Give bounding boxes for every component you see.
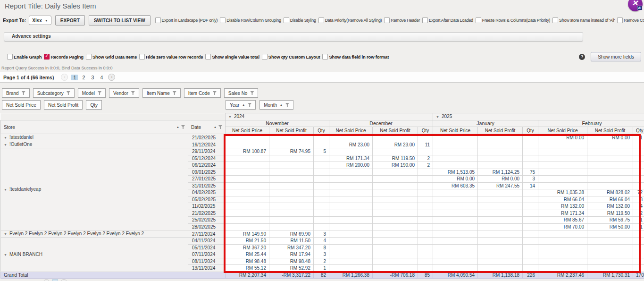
- pager-page-2[interactable]: 2: [80, 75, 87, 80]
- field-chip-sales-no[interactable]: Sales No: [224, 88, 259, 98]
- year-group-header-2025[interactable]: ▼2025: [433, 113, 644, 120]
- field-chip-month[interactable]: Month▲: [259, 100, 293, 110]
- checkbox-remove-column-grand-total-header[interactable]: Remove Column Grand Total Header: [617, 17, 644, 23]
- measure-header[interactable]: Net Sold Price: [226, 127, 269, 134]
- filter-funnel-icon[interactable]: [131, 91, 135, 95]
- measure-header[interactable]: Qty: [418, 127, 433, 134]
- collapse-icon[interactable]: ▼: [4, 143, 7, 146]
- pager-prev-button[interactable]: ‹: [61, 74, 68, 81]
- checkbox-enable-graph[interactable]: Enable Graph: [7, 54, 42, 60]
- checkbox-box[interactable]: [476, 17, 481, 23]
- month-header-january[interactable]: January: [433, 120, 538, 127]
- checkbox-box[interactable]: [384, 17, 390, 23]
- field-chip-item-name[interactable]: Item Name: [142, 88, 181, 98]
- export-button[interactable]: EXPORT: [55, 15, 85, 26]
- checkbox-box[interactable]: [617, 17, 623, 23]
- store-column-header[interactable]: Store▲: [1, 120, 188, 134]
- month-header-february[interactable]: February: [538, 120, 644, 127]
- measure-header[interactable]: Qty: [523, 127, 538, 134]
- field-chip-year[interactable]: Year▲: [226, 100, 256, 110]
- switch-to-list-view-button[interactable]: SWITCH TO LIST VIEW: [89, 15, 151, 26]
- checkbox-box[interactable]: [262, 54, 268, 60]
- sort-ascending-icon[interactable]: ▲: [242, 103, 245, 106]
- show-more-fields-button[interactable]: Show more fields: [591, 52, 641, 61]
- collapse-icon[interactable]: ▼: [436, 115, 439, 119]
- checkbox-freeze-rows-columns-data-priority-[interactable]: Freeze Rows & Columns(Data Priority): [476, 17, 550, 23]
- checkbox-box[interactable]: [552, 17, 558, 23]
- bottom-pager-partial[interactable]: [0, 279, 644, 281]
- sort-ascending-icon[interactable]: ▲: [176, 124, 179, 130]
- measure-header[interactable]: Net Sold Price: [433, 127, 478, 134]
- field-chip-net-sold-price[interactable]: Net Sold Price: [2, 100, 41, 110]
- field-chip-net-sold-profit[interactable]: Net Sold Profit: [44, 100, 83, 110]
- measure-header[interactable]: Net Sold Profit: [373, 127, 418, 134]
- checkbox-data-priority-remove-all-styling-[interactable]: Data Priority(Remove All Styling): [318, 17, 382, 23]
- bottom-pager-next-icon[interactable]: [61, 279, 67, 281]
- measure-header[interactable]: Net Sold Profit: [478, 127, 523, 134]
- filter-funnel-icon[interactable]: [173, 91, 176, 95]
- bottom-pager-current-page[interactable]: [52, 279, 58, 281]
- collapse-icon[interactable]: ▼: [4, 253, 7, 256]
- checkbox-remove-header[interactable]: Remove Header: [384, 17, 420, 23]
- pager-page-1[interactable]: 1: [71, 75, 78, 80]
- checkbox-box[interactable]: [322, 54, 328, 60]
- checkbox-show-single-value-total[interactable]: Show single value total: [205, 54, 259, 60]
- filter-funnel-icon[interactable]: [250, 91, 254, 95]
- checkbox-box[interactable]: [284, 17, 289, 23]
- month-header-november[interactable]: November: [226, 120, 329, 127]
- checkbox-export-in-landscape-pdf-only-[interactable]: Export in Landscape (PDF only): [155, 17, 218, 23]
- checkbox-records-paging[interactable]: Records Paging: [44, 54, 84, 60]
- sort-ascending-icon[interactable]: ▲: [280, 103, 283, 106]
- field-chip-qty[interactable]: Qty: [86, 100, 102, 110]
- checkbox-box[interactable]: [205, 54, 211, 60]
- measure-header[interactable]: Qty: [633, 127, 644, 134]
- year-group-header-2024[interactable]: ▼2024: [226, 113, 433, 120]
- collapse-icon[interactable]: ▼: [4, 188, 7, 191]
- measure-header[interactable]: Net Sold Profit: [587, 127, 633, 134]
- checkbox-export-after-data-loaded[interactable]: Export After Data Loaded: [422, 17, 473, 23]
- measure-header[interactable]: Qty: [314, 127, 329, 134]
- ai-assistant-icon[interactable]: ✕ AI: [628, 0, 643, 11]
- checkbox-box[interactable]: [44, 54, 50, 60]
- field-chip-brand[interactable]: Brand: [2, 88, 30, 98]
- advance-settings-panel[interactable]: Advance settings: [4, 32, 583, 42]
- collapse-icon[interactable]: ▼: [4, 232, 7, 236]
- filter-funnel-icon[interactable]: [181, 125, 185, 129]
- filter-funnel-icon[interactable]: [22, 91, 25, 95]
- field-chip-item-code[interactable]: Item Code: [184, 88, 221, 98]
- filter-funnel-icon[interactable]: [285, 103, 289, 107]
- collapse-icon[interactable]: ▼: [4, 136, 7, 139]
- filter-funnel-icon[interactable]: [98, 91, 101, 95]
- help-icon[interactable]: ?: [579, 54, 585, 60]
- measure-header[interactable]: Net Sold Price: [329, 127, 373, 134]
- filter-funnel-icon[interactable]: [67, 91, 70, 95]
- checkbox-disable-row-column-grouping[interactable]: Disable Row/Column Grouping: [220, 17, 281, 23]
- checkbox-box[interactable]: [155, 17, 161, 23]
- measure-header[interactable]: Net Sold Price: [538, 127, 587, 134]
- pager-next-button[interactable]: ›: [108, 74, 115, 81]
- checkbox-disable-styling[interactable]: Disable Styling: [284, 17, 316, 23]
- filter-funnel-icon[interactable]: [218, 125, 222, 129]
- checkbox-box[interactable]: [7, 54, 13, 60]
- date-column-header[interactable]: Date▲: [188, 120, 226, 134]
- checkbox-box[interactable]: [139, 54, 145, 60]
- bottom-pager-prev-icon[interactable]: [43, 279, 50, 281]
- pager-page-3[interactable]: 3: [89, 75, 96, 80]
- measure-header[interactable]: Net Sold Profit: [269, 127, 314, 134]
- month-header-december[interactable]: December: [329, 120, 433, 127]
- field-chip-model[interactable]: Model: [78, 88, 106, 98]
- checkbox-box[interactable]: [422, 17, 428, 23]
- checkbox-show-qty-custom-layout[interactable]: Show qty Custom Layout: [262, 54, 320, 60]
- filter-funnel-icon[interactable]: [213, 91, 217, 95]
- checkbox-hide-zero-value-row-records[interactable]: Hide zero value row records: [139, 54, 203, 60]
- export-format-select[interactable]: Xlsx ▼: [29, 16, 51, 25]
- checkbox-show-data-field-in-row-format[interactable]: Show data field in row format: [322, 54, 389, 60]
- field-chip-subcategory[interactable]: Subcategory: [33, 88, 75, 98]
- checkbox-box[interactable]: [86, 54, 92, 60]
- pager-page-4[interactable]: 4: [98, 75, 105, 80]
- filter-funnel-icon[interactable]: [248, 103, 251, 107]
- checkbox-box[interactable]: [318, 17, 324, 23]
- checkbox-show-store-name-instead-of-all-[interactable]: Show store name instead of 'All': [552, 17, 615, 23]
- collapse-icon[interactable]: ▼: [228, 115, 232, 119]
- field-chip-vendor[interactable]: Vendor: [109, 88, 139, 98]
